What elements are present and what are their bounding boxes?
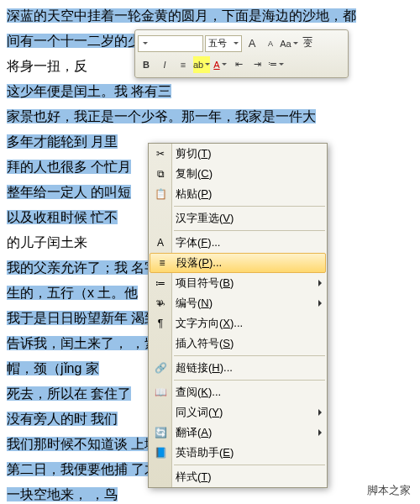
- decrease-indent-button[interactable]: ⇤: [230, 56, 247, 73]
- menu-item-lookup[interactable]: 📖查阅(K)...: [149, 382, 327, 402]
- menu-item-trans[interactable]: 🔄翻译(A): [149, 423, 327, 443]
- menu-item-label: 翻译(A): [176, 425, 212, 440]
- chevron-down-icon: [143, 42, 148, 45]
- para-icon: ≡: [155, 255, 170, 270]
- menu-item-style[interactable]: 样式(T): [149, 467, 327, 487]
- menu-separator: [174, 230, 325, 231]
- menu-item-label: 编号(N): [176, 296, 213, 311]
- bullets-button[interactable]: ≔: [267, 56, 284, 73]
- link-icon: 🔗: [153, 360, 168, 375]
- text-line[interactable]: 家景也好，我正是一个少爷。那一年，我家是一件大: [7, 104, 413, 129]
- font-size-combo[interactable]: 五号: [205, 35, 242, 52]
- shrink-font-button[interactable]: A: [262, 35, 279, 52]
- change-case-button[interactable]: Aa: [281, 35, 297, 52]
- text-line[interactable]: 这少年便是闰土。我 将有三: [7, 79, 413, 104]
- menu-item-eng[interactable]: 📘英语助手(E): [149, 443, 327, 463]
- font-icon: A: [153, 235, 168, 250]
- menu-item-dir[interactable]: ¶文字方向(X)...: [149, 313, 327, 333]
- trans-icon: 🔄: [153, 425, 168, 440]
- context-menu: ✂剪切(T)⧉复制(C)📋粘贴(P)汉字重选(V)A字体(F)...≡段落(P)…: [148, 143, 328, 488]
- sym-icon: [153, 336, 168, 351]
- menu-item-label: 项目符号(B): [176, 276, 234, 291]
- menu-item-label: 英语助手(E): [176, 445, 234, 460]
- font-name-combo[interactable]: [138, 35, 203, 52]
- mini-toolbar: 五号 A A Aa 变 B I ≡ ab A ⇤ ⇥ ≔: [134, 29, 349, 78]
- number-icon: ⅌: [153, 296, 168, 311]
- phonetic-button[interactable]: 变: [299, 35, 316, 52]
- chevron-right-icon: [318, 409, 322, 416]
- menu-separator: [174, 465, 325, 465]
- chevron-right-icon: [318, 280, 322, 286]
- dir-icon: ¶: [153, 316, 168, 331]
- menu-separator: [174, 355, 325, 356]
- increase-indent-button[interactable]: ⇥: [249, 56, 265, 73]
- cut-icon: ✂: [153, 146, 168, 161]
- menu-item-label: 样式(T): [176, 470, 212, 485]
- reselect-icon: [153, 211, 168, 226]
- watermark: 脚本之家: [365, 482, 413, 499]
- menu-item-label: 同义词(Y): [176, 405, 223, 420]
- menu-item-thes[interactable]: 同义词(Y): [149, 402, 327, 423]
- copy-icon: ⧉: [153, 166, 168, 181]
- menu-item-label: 汉字重选(V): [176, 211, 234, 226]
- eng-icon: 📘: [153, 445, 168, 460]
- thes-icon: [153, 405, 168, 420]
- chevron-down-icon: [234, 42, 239, 45]
- chevron-right-icon: [318, 429, 322, 436]
- menu-item-label: 字体(F)...: [176, 235, 220, 250]
- menu-item-label: 粘贴(P): [176, 186, 212, 202]
- menu-item-paste[interactable]: 📋粘贴(P): [149, 184, 327, 204]
- paste-icon: 📋: [153, 186, 168, 202]
- style-icon: [153, 470, 168, 485]
- menu-item-label: 复制(C): [176, 166, 213, 181]
- menu-item-reselect[interactable]: 汉字重选(V): [149, 208, 327, 228]
- menu-item-para[interactable]: ≡段落(P)...: [150, 253, 326, 273]
- menu-item-bullets[interactable]: ≔项目符号(B): [149, 273, 327, 293]
- highlight-button[interactable]: ab: [193, 56, 210, 73]
- align-center-button[interactable]: ≡: [175, 56, 192, 73]
- chevron-down-icon: [205, 63, 210, 66]
- menu-item-label: 剪切(T): [176, 146, 212, 161]
- menu-item-label: 插入符号(S): [176, 336, 234, 351]
- font-color-button[interactable]: A: [212, 56, 228, 73]
- menu-separator: [174, 380, 325, 381]
- bullets-icon: ≔: [153, 276, 168, 291]
- chevron-right-icon: [318, 300, 322, 307]
- menu-item-link[interactable]: 🔗超链接(H)...: [149, 358, 327, 378]
- bold-button[interactable]: B: [138, 56, 155, 73]
- grow-font-button[interactable]: A: [244, 35, 260, 52]
- italic-button[interactable]: I: [156, 56, 173, 73]
- menu-item-cut[interactable]: ✂剪切(T): [149, 144, 327, 164]
- menu-item-label: 段落(P)...: [176, 255, 222, 270]
- menu-item-label: 查阅(K)...: [176, 385, 221, 400]
- chevron-down-icon: [279, 63, 284, 66]
- chevron-down-icon: [222, 63, 227, 66]
- text-line[interactable]: 深蓝的天空中挂着一轮金黄的圆月，下面是海边的沙地，都: [7, 3, 413, 29]
- menu-item-copy[interactable]: ⧉复制(C): [149, 164, 327, 184]
- menu-item-sym[interactable]: 插入符号(S): [149, 333, 327, 354]
- menu-item-font[interactable]: A字体(F)...: [149, 233, 327, 253]
- lookup-icon: 📖: [153, 385, 168, 400]
- menu-separator: [174, 206, 325, 207]
- menu-item-label: 超链接(H)...: [176, 360, 233, 375]
- chevron-down-icon: [293, 42, 298, 45]
- menu-item-number[interactable]: ⅌编号(N): [149, 293, 327, 313]
- menu-item-label: 文字方向(X)...: [176, 316, 243, 331]
